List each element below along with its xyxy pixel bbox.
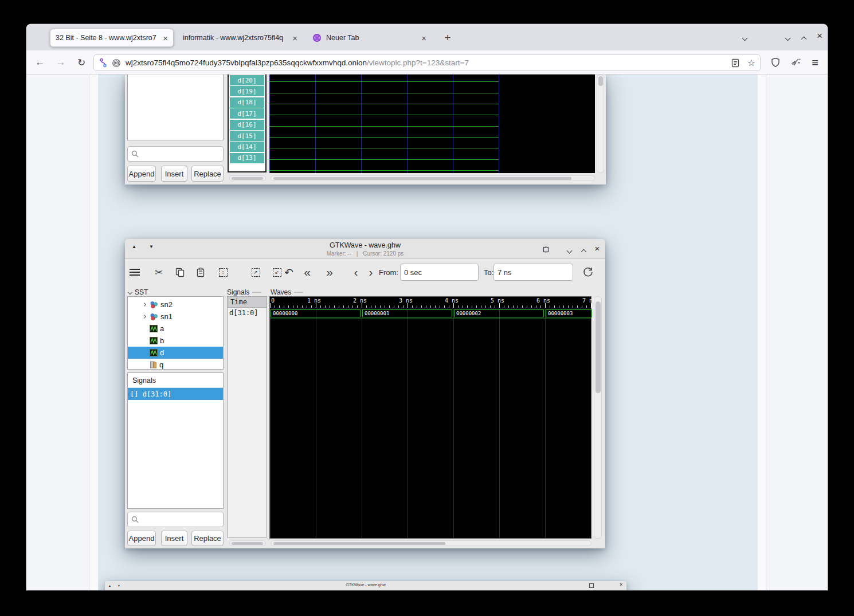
insert-button[interactable]: Insert — [161, 531, 187, 546]
fit-window-icon[interactable] — [589, 583, 594, 588]
signal-cell[interactable]: d[14] — [230, 142, 264, 152]
signal-cell[interactable]: d[16] — [230, 120, 264, 130]
new-identity-broom-icon[interactable] — [788, 54, 804, 70]
tor-circuit-icon[interactable] — [99, 58, 108, 68]
to-input[interactable] — [493, 264, 573, 281]
insert-button[interactable]: Insert — [161, 166, 187, 182]
title-bar[interactable]: ▲ ▼ GTKWave - wave.ghw Marker: -- | Curs… — [125, 239, 605, 259]
waves-h-scrollbar[interactable] — [271, 540, 591, 546]
replace-button[interactable]: Replace — [191, 166, 224, 182]
top-names-h-scrollbar[interactable] — [229, 175, 266, 181]
main-search-input[interactable] — [127, 512, 224, 527]
signals-panel[interactable]: Signals [] d[31:0] — [127, 372, 224, 509]
close-icon[interactable]: × — [292, 34, 297, 42]
signal-cell[interactable]: d[19] — [230, 86, 264, 96]
signal-name-column[interactable]: Time d[31:0] — [227, 296, 267, 537]
prev-edge-icon[interactable]: ‹ — [348, 265, 363, 280]
wave-row-low — [269, 93, 499, 104]
top-waves-h-scrollbar[interactable] — [271, 175, 595, 181]
reload-icon[interactable]: ↻ — [73, 54, 89, 70]
bus-value-segment[interactable]: 00000001 — [362, 309, 452, 317]
new-tab-button[interactable]: + — [440, 31, 455, 45]
time-header[interactable]: Time — [228, 297, 267, 308]
reload-icon[interactable] — [581, 265, 596, 280]
close-window-icon[interactable]: × — [620, 582, 622, 587]
append-button[interactable]: Append — [127, 531, 156, 546]
expander-chevron-icon[interactable] — [142, 315, 146, 319]
zoom-fit-icon[interactable]: ↕ — [216, 265, 230, 280]
waves-area[interactable]: 01 ns2 ns3 ns4 ns5 ns6 ns7 ns 0000000000… — [269, 296, 591, 539]
wave-row-low — [269, 104, 499, 115]
signal-cell[interactable]: d[15] — [230, 131, 264, 141]
skip-to-end-icon[interactable]: » — [322, 265, 337, 280]
skip-to-start-icon[interactable]: « — [300, 265, 315, 280]
names-h-scrollbar[interactable] — [229, 540, 266, 546]
gtkwave-main-window: ▲ ▼ GTKWave - wave.ghw Marker: -- | Curs… — [125, 239, 605, 548]
maximize-chevron-icon[interactable] — [578, 247, 589, 256]
menu-hamburger-icon[interactable]: ≡ — [807, 54, 823, 70]
wave-body[interactable] — [270, 319, 591, 538]
bus-value-segment[interactable]: 00000002 — [454, 309, 544, 317]
shield-icon[interactable] — [767, 54, 784, 70]
sst-tree-item-sn1[interactable]: sn1 — [128, 311, 223, 323]
signal-cell[interactable]: d[17] — [230, 108, 264, 119]
signal-cell[interactable]: d[18] — [230, 97, 264, 108]
bookmark-star-icon[interactable]: ☆ — [747, 57, 755, 68]
sst-tree-item-b[interactable]: b — [128, 335, 223, 347]
top-waves-area[interactable] — [269, 74, 595, 173]
bus-value-segment[interactable]: 00000000 — [271, 309, 361, 317]
from-input[interactable] — [400, 264, 479, 281]
tab-new-tab[interactable]: Neuer Tab × — [307, 29, 432, 47]
top-vertical-scrollbar[interactable] — [597, 74, 604, 173]
signal-row-d[interactable]: d[31:0] — [228, 308, 267, 318]
close-window-icon[interactable]: × — [592, 244, 602, 253]
signal-cell[interactable]: d[13] — [230, 153, 264, 163]
expander-chevron-icon[interactable] — [142, 303, 146, 307]
onion-security-icon[interactable] — [112, 58, 121, 68]
paste-icon[interactable] — [193, 265, 208, 280]
sst-tree-item-sn2[interactable]: sn2 — [128, 299, 223, 311]
copy-icon[interactable] — [173, 265, 187, 280]
tab-informatik[interactable]: informatik - www.wj2xtsro75fl4q × — [178, 29, 303, 47]
sst-tree-item-a[interactable]: a — [128, 323, 223, 335]
zoom-in-icon[interactable]: ↗ — [248, 265, 263, 280]
sst-tree-item-q[interactable]: q — [128, 359, 223, 370]
close-icon[interactable]: × — [421, 34, 426, 42]
tab-title: 32 Bit - Seite 8 - www.wj2xtsro7 — [56, 34, 158, 42]
waves-vertical-scrollbar[interactable] — [594, 296, 602, 539]
maximize-chevron-icon[interactable] — [611, 585, 613, 590]
sst-item-label: sn2 — [160, 300, 173, 309]
top-signal-name-column[interactable]: d[20]d[19]d[18]d[17]d[16]d[15]d[14]d[13] — [228, 74, 267, 172]
selected-signal-row[interactable]: [] d[31:0] — [128, 388, 223, 400]
minimize-chevron-icon[interactable] — [564, 246, 574, 255]
tab-forum-page[interactable]: 32 Bit - Seite 8 - www.wj2xtsro7 × — [50, 29, 174, 47]
minimize-chevron-icon[interactable] — [601, 584, 604, 590]
menu-hamburger-icon[interactable] — [127, 265, 142, 280]
bus-value-segment[interactable]: 00000003 — [546, 309, 592, 317]
sst-tree-item-d[interactable]: d — [128, 347, 223, 359]
replace-button[interactable]: Replace — [191, 531, 224, 546]
fit-window-icon[interactable] — [540, 245, 551, 254]
signals-panel-header: Signals — [128, 373, 223, 388]
url-bar[interactable]: wj2xtsro75fl4q5mo724fudy375vblpqfai3pzp6… — [93, 54, 761, 71]
forward-icon[interactable]: → — [53, 54, 69, 70]
top-tree-panel[interactable] — [127, 74, 224, 140]
reader-view-icon[interactable] — [731, 58, 739, 68]
close-icon[interactable]: × — [163, 34, 168, 42]
next-edge-icon[interactable]: › — [363, 265, 378, 280]
timeline-major-ticks — [270, 303, 591, 308]
cut-icon[interactable]: ✂ — [151, 265, 166, 280]
sst-tree[interactable]: sn2sn1abdq — [127, 296, 224, 370]
list-all-tabs-chevron-icon[interactable] — [739, 33, 750, 42]
append-button[interactable]: Append — [127, 166, 156, 182]
window-minimize-icon[interactable] — [782, 33, 793, 42]
window-maximize-icon[interactable] — [798, 34, 809, 44]
title-bar[interactable]: ▲ ▼ GTKWave - wave.ghw × — [105, 581, 626, 590]
window-close-icon[interactable]: × — [814, 30, 825, 42]
top-search-input[interactable] — [127, 146, 224, 162]
url-text: wj2xtsro75fl4q5mo724fudy375vblpqfai3pzp6… — [126, 58, 469, 67]
back-icon[interactable]: ← — [32, 54, 48, 70]
undo-icon[interactable]: ↶ — [281, 265, 296, 280]
sst-header[interactable]: SST — [128, 288, 148, 296]
signal-cell[interactable]: d[20] — [230, 75, 264, 85]
